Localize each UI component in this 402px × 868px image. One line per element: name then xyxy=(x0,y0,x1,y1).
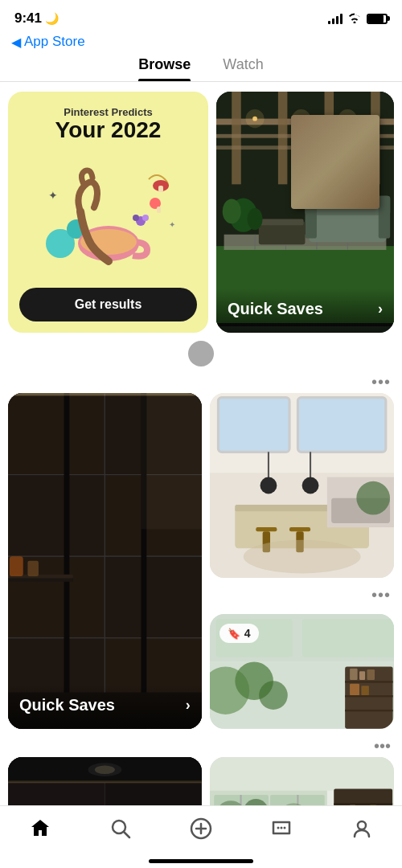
garden-card-overlay: Quick Saves › xyxy=(216,289,394,333)
svg-point-79 xyxy=(243,540,360,574)
svg-rect-45 xyxy=(8,475,105,557)
nav-search[interactable] xyxy=(96,814,145,849)
tab-browse[interactable]: Browse xyxy=(138,56,191,81)
svg-point-75 xyxy=(302,477,318,494)
svg-point-40 xyxy=(223,199,241,224)
svg-text:✦: ✦ xyxy=(48,189,58,202)
right-column: ••• xyxy=(210,393,394,729)
wifi-icon xyxy=(347,12,362,26)
more-options-row-2: ••• xyxy=(210,586,394,604)
svg-rect-18 xyxy=(371,92,380,184)
nav-profile[interactable] xyxy=(338,814,386,849)
svg-rect-96 xyxy=(361,686,369,695)
svg-rect-91 xyxy=(345,710,392,711)
svg-rect-83 xyxy=(302,619,394,657)
svg-point-149 xyxy=(284,827,286,829)
svg-rect-56 xyxy=(27,561,39,576)
svg-rect-19 xyxy=(216,134,394,138)
svg-point-26 xyxy=(338,109,357,128)
more-options-button-1[interactable]: ••• xyxy=(371,373,391,391)
svg-rect-125 xyxy=(334,803,392,805)
messages-icon xyxy=(270,817,293,845)
svg-rect-7 xyxy=(158,186,163,192)
svg-rect-62 xyxy=(297,398,385,452)
more-options-row-3: ••• xyxy=(8,737,394,755)
create-icon xyxy=(190,817,212,845)
svg-point-78 xyxy=(356,481,390,515)
svg-point-147 xyxy=(277,827,280,829)
tab-navigation: Browse Watch xyxy=(0,56,402,82)
battery-icon xyxy=(367,14,388,24)
chevron-right-icon: › xyxy=(378,301,383,317)
svg-rect-35 xyxy=(306,196,317,239)
svg-rect-108 xyxy=(8,780,202,783)
saves-count-badge: 🔖 4 xyxy=(219,624,259,643)
back-arrow-icon: ◀ xyxy=(11,35,21,50)
svg-rect-92 xyxy=(350,669,358,680)
nav-create[interactable] xyxy=(177,814,225,849)
svg-rect-113 xyxy=(210,757,394,791)
svg-line-143 xyxy=(124,832,129,837)
saves-count-number: 4 xyxy=(244,627,251,640)
more-options-button-2[interactable]: ••• xyxy=(371,586,391,604)
appstore-back-label[interactable]: App Store xyxy=(24,34,85,50)
svg-rect-68 xyxy=(256,527,277,531)
your-2022-heading: Your 2022 xyxy=(55,118,162,143)
svg-rect-58 xyxy=(142,393,202,529)
get-results-button[interactable]: Get results xyxy=(19,288,197,321)
svg-rect-94 xyxy=(367,669,375,680)
tab-watch[interactable]: Watch xyxy=(223,56,263,81)
svg-rect-5 xyxy=(157,207,161,213)
illustration-area: ✦ ✦ xyxy=(19,148,197,283)
search-icon xyxy=(109,817,132,845)
saves-count-card[interactable]: 🔖 4 xyxy=(210,614,394,729)
nav-messages[interactable] xyxy=(257,814,306,849)
status-time: 9:41 xyxy=(14,10,42,27)
shower-svg xyxy=(8,393,202,729)
svg-point-87 xyxy=(259,681,288,710)
svg-rect-33 xyxy=(309,211,386,242)
svg-rect-55 xyxy=(10,556,23,576)
chevron-right-shower-icon: › xyxy=(186,697,191,714)
svg-point-148 xyxy=(281,827,283,829)
svg-point-23 xyxy=(345,117,350,121)
shower-card-overlay: Quick Saves › xyxy=(8,685,202,729)
nav-home[interactable] xyxy=(16,814,64,849)
svg-point-111 xyxy=(95,765,115,773)
kitchen-svg xyxy=(210,393,394,578)
svg-rect-43 xyxy=(8,393,105,475)
svg-point-11 xyxy=(133,215,139,221)
home-icon xyxy=(29,817,51,845)
appstore-bar[interactable]: ◀ App Store xyxy=(0,32,402,56)
svg-rect-51 xyxy=(64,393,70,729)
svg-point-150 xyxy=(358,821,366,829)
svg-point-41 xyxy=(247,208,262,230)
quick-saves-garden-card[interactable]: Quick Saves › xyxy=(216,92,394,333)
svg-rect-48 xyxy=(105,556,201,638)
svg-rect-93 xyxy=(359,671,365,680)
svg-point-24 xyxy=(246,109,265,128)
quick-saves-shower-card[interactable]: Quick Saves › xyxy=(8,393,202,729)
pinterest-predicts-label: Pinterest Predicts xyxy=(64,106,153,118)
svg-rect-34 xyxy=(306,196,391,215)
pinterest-illustration: ✦ ✦ xyxy=(36,163,181,268)
svg-rect-14 xyxy=(216,119,394,125)
scroll-dot xyxy=(188,341,214,366)
more-options-row-1: ••• xyxy=(8,373,394,391)
svg-point-12 xyxy=(142,215,149,221)
bookmark-icon: 🔖 xyxy=(228,628,240,640)
quick-saves-shower-label: Quick Saves › xyxy=(19,696,191,714)
home-indicator xyxy=(149,859,253,863)
profile-icon xyxy=(351,817,373,845)
svg-point-73 xyxy=(260,477,277,494)
content-area: Pinterest Predicts Your 2022 xyxy=(0,82,402,868)
svg-rect-15 xyxy=(232,92,241,184)
status-icons xyxy=(328,12,388,26)
moon-icon: 🌙 xyxy=(45,12,59,25)
svg-point-25 xyxy=(292,109,310,128)
pinterest-predicts-card[interactable]: Pinterest Predicts Your 2022 xyxy=(8,92,208,333)
kitchen-card[interactable] xyxy=(210,393,394,578)
quick-saves-garden-label: Quick Saves › xyxy=(228,300,383,318)
svg-rect-95 xyxy=(350,684,359,695)
more-options-button-3[interactable]: ••• xyxy=(374,737,391,755)
